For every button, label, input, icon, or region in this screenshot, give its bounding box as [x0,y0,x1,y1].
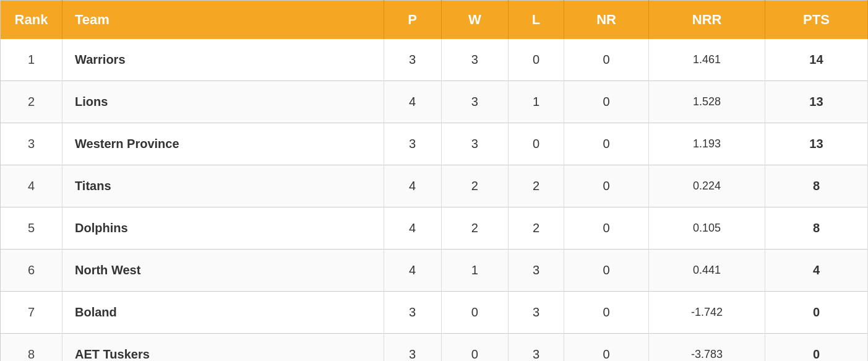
header-nr: NR [564,1,648,40]
table-row: 7Boland3030-1.7420 [1,292,868,334]
header-nrr: NRR [649,1,765,40]
table-row: 1Warriors33001.46114 [1,39,868,81]
w-cell: 1 [441,250,509,292]
w-cell: 3 [441,81,509,123]
nr-cell: 0 [564,123,648,165]
header-pts: PTS [765,1,867,40]
nrr-cell: 0.105 [649,207,765,250]
table-row: 2Lions43101.52813 [1,81,868,123]
l-cell: 3 [509,334,564,362]
table-row: 6North West41300.4414 [1,250,868,292]
pts-cell: 8 [765,165,867,207]
rank-cell: 4 [1,165,62,207]
w-cell: 0 [441,334,509,362]
nr-cell: 0 [564,39,648,81]
pts-cell: 4 [765,250,867,292]
p-cell: 3 [384,292,441,334]
standings-table: Rank Team P W L NR NRR PTS 1Warriors3300… [0,0,868,361]
p-cell: 4 [384,81,441,123]
team-cell: Titans [62,165,384,207]
w-cell: 0 [441,292,509,334]
table-row: 8AET Tuskers3030-3.7830 [1,334,868,362]
table-row: 5Dolphins42200.1058 [1,207,868,250]
nrr-cell: 1.461 [649,39,765,81]
nr-cell: 0 [564,165,648,207]
p-cell: 3 [384,39,441,81]
team-cell: Dolphins [62,207,384,250]
pts-cell: 0 [765,292,867,334]
p-cell: 3 [384,334,441,362]
team-cell: AET Tuskers [62,334,384,362]
l-cell: 2 [509,207,564,250]
pts-cell: 13 [765,81,867,123]
nrr-cell: 1.193 [649,123,765,165]
w-cell: 3 [441,39,509,81]
nr-cell: 0 [564,250,648,292]
pts-cell: 0 [765,334,867,362]
team-cell: North West [62,250,384,292]
w-cell: 2 [441,207,509,250]
p-cell: 3 [384,123,441,165]
p-cell: 4 [384,207,441,250]
team-cell: Lions [62,81,384,123]
header-l: L [509,1,564,40]
p-cell: 4 [384,165,441,207]
team-cell: Boland [62,292,384,334]
header-w: W [441,1,509,40]
nr-cell: 0 [564,292,648,334]
header-p: P [384,1,441,40]
rank-cell: 8 [1,334,62,362]
team-cell: Warriors [62,39,384,81]
rank-cell: 5 [1,207,62,250]
l-cell: 0 [509,123,564,165]
l-cell: 1 [509,81,564,123]
rank-cell: 3 [1,123,62,165]
rank-cell: 2 [1,81,62,123]
w-cell: 2 [441,165,509,207]
l-cell: 0 [509,39,564,81]
nrr-cell: 1.528 [649,81,765,123]
header-row: Rank Team P W L NR NRR PTS [1,1,868,40]
table-row: 4Titans42200.2248 [1,165,868,207]
nrr-cell: -3.783 [649,334,765,362]
table-row: 3Western Province33001.19313 [1,123,868,165]
w-cell: 3 [441,123,509,165]
l-cell: 2 [509,165,564,207]
pts-cell: 13 [765,123,867,165]
header-rank: Rank [1,1,62,40]
header-team: Team [62,1,384,40]
nr-cell: 0 [564,81,648,123]
rank-cell: 6 [1,250,62,292]
nrr-cell: 0.224 [649,165,765,207]
pts-cell: 8 [765,207,867,250]
nrr-cell: -1.742 [649,292,765,334]
l-cell: 3 [509,250,564,292]
nrr-cell: 0.441 [649,250,765,292]
rank-cell: 1 [1,39,62,81]
l-cell: 3 [509,292,564,334]
nr-cell: 0 [564,207,648,250]
rank-cell: 7 [1,292,62,334]
team-cell: Western Province [62,123,384,165]
nr-cell: 0 [564,334,648,362]
p-cell: 4 [384,250,441,292]
pts-cell: 14 [765,39,867,81]
